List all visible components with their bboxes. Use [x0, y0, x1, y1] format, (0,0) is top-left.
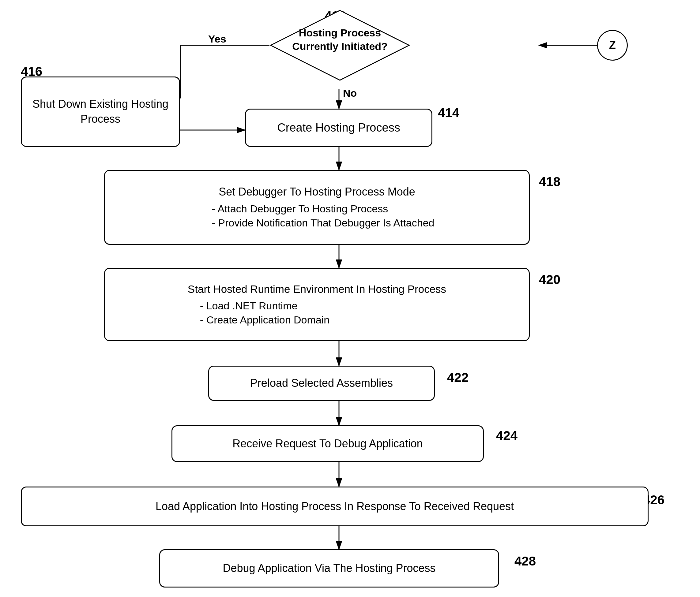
start-hosted-text: Start Hosted Runtime Environment In Host… [188, 282, 446, 327]
debug-app-box: Debug Application Via The Hosting Proces… [159, 549, 499, 588]
z-circle: Z [597, 30, 628, 60]
create-hosting-box: Create Hosting Process [245, 109, 432, 147]
preload-text: Preload Selected Assemblies [250, 376, 393, 391]
shut-down-text: Shut Down Existing Hosting Process [28, 97, 173, 126]
preload-box: Preload Selected Assemblies [208, 366, 435, 401]
label-422: 422 [447, 370, 469, 385]
label-424: 424 [496, 429, 518, 443]
set-debugger-line2: - Attach Debugger To Hosting Process [212, 202, 434, 216]
load-app-box: Load Application Into Hosting Process In… [21, 487, 649, 526]
set-debugger-box: Set Debugger To Hosting Process Mode - A… [104, 170, 530, 245]
yes-label: Yes [208, 33, 226, 45]
diagram-container: Z 412 Hosting Process Currently Initiate… [0, 0, 700, 597]
load-app-text: Load Application Into Hosting Process In… [155, 499, 514, 514]
label-428: 428 [515, 554, 536, 569]
diamond-line1: Hosting Process [299, 27, 381, 38]
set-debugger-line1: Set Debugger To Hosting Process Mode [200, 184, 434, 200]
start-hosted-line3: - Create Application Domain [200, 313, 446, 327]
create-hosting-text: Create Hosting Process [277, 120, 400, 135]
diamond-decision: Hosting Process Currently Initiated? [270, 9, 410, 81]
start-hosted-line1: Start Hosted Runtime Environment In Host… [188, 282, 446, 296]
start-hosted-box: Start Hosted Runtime Environment In Host… [104, 268, 530, 341]
receive-request-box: Receive Request To Debug Application [172, 425, 484, 462]
label-414: 414 [438, 106, 459, 120]
start-hosted-line2: - Load .NET Runtime [200, 299, 446, 313]
label-420: 420 [539, 272, 560, 287]
label-418: 418 [539, 175, 560, 189]
set-debugger-line3: - Provide Notification That Debugger Is … [212, 216, 434, 230]
receive-request-text: Receive Request To Debug Application [232, 436, 423, 451]
diamond-line2: Currently Initiated? [292, 41, 388, 52]
set-debugger-text: Set Debugger To Hosting Process Mode - A… [200, 184, 434, 230]
debug-app-text: Debug Application Via The Hosting Proces… [223, 561, 435, 576]
shut-down-box: Shut Down Existing Hosting Process [21, 77, 180, 147]
no-label: No [343, 87, 357, 99]
